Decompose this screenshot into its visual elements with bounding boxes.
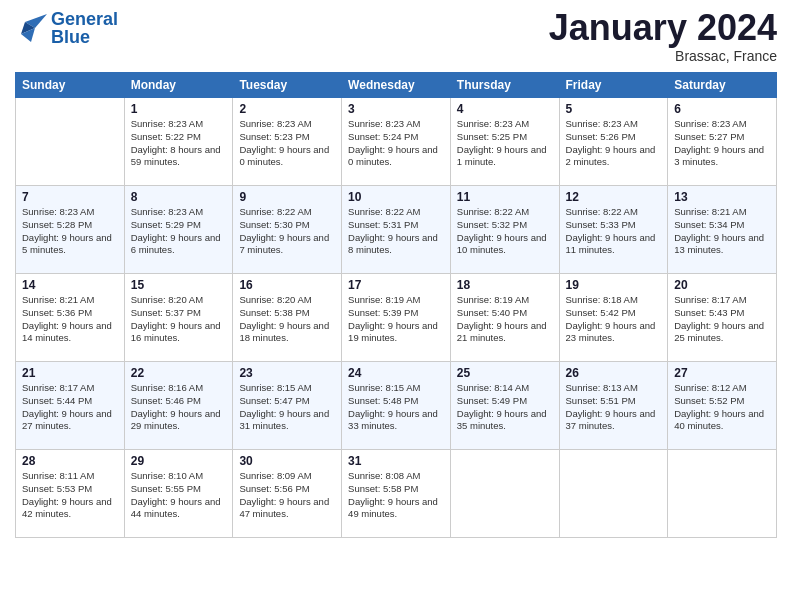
header-row: Sunday Monday Tuesday Wednesday Thursday… bbox=[16, 73, 777, 98]
day-info: Sunrise: 8:11 AMSunset: 5:53 PMDaylight:… bbox=[22, 470, 118, 521]
logo: General Blue bbox=[15, 10, 118, 46]
week-row-1: 7 Sunrise: 8:23 AMSunset: 5:28 PMDayligh… bbox=[16, 186, 777, 274]
table-row: 23 Sunrise: 8:15 AMSunset: 5:47 PMDaylig… bbox=[233, 362, 342, 450]
day-info: Sunrise: 8:22 AMSunset: 5:33 PMDaylight:… bbox=[566, 206, 662, 257]
table-row: 3 Sunrise: 8:23 AMSunset: 5:24 PMDayligh… bbox=[342, 98, 451, 186]
day-info: Sunrise: 8:13 AMSunset: 5:51 PMDaylight:… bbox=[566, 382, 662, 433]
table-row: 27 Sunrise: 8:12 AMSunset: 5:52 PMDaylig… bbox=[668, 362, 777, 450]
day-number: 15 bbox=[131, 278, 227, 292]
col-saturday: Saturday bbox=[668, 73, 777, 98]
month-title: January 2024 bbox=[549, 10, 777, 46]
day-info: Sunrise: 8:23 AMSunset: 5:25 PMDaylight:… bbox=[457, 118, 553, 169]
day-info: Sunrise: 8:15 AMSunset: 5:47 PMDaylight:… bbox=[239, 382, 335, 433]
table-row: 31 Sunrise: 8:08 AMSunset: 5:58 PMDaylig… bbox=[342, 450, 451, 538]
day-number: 8 bbox=[131, 190, 227, 204]
day-number: 3 bbox=[348, 102, 444, 116]
day-info: Sunrise: 8:23 AMSunset: 5:24 PMDaylight:… bbox=[348, 118, 444, 169]
table-row: 18 Sunrise: 8:19 AMSunset: 5:40 PMDaylig… bbox=[450, 274, 559, 362]
logo-icon bbox=[15, 14, 47, 42]
day-number: 25 bbox=[457, 366, 553, 380]
table-row: 19 Sunrise: 8:18 AMSunset: 5:42 PMDaylig… bbox=[559, 274, 668, 362]
table-row: 9 Sunrise: 8:22 AMSunset: 5:30 PMDayligh… bbox=[233, 186, 342, 274]
week-row-2: 14 Sunrise: 8:21 AMSunset: 5:36 PMDaylig… bbox=[16, 274, 777, 362]
day-info: Sunrise: 8:23 AMSunset: 5:23 PMDaylight:… bbox=[239, 118, 335, 169]
table-row: 29 Sunrise: 8:10 AMSunset: 5:55 PMDaylig… bbox=[124, 450, 233, 538]
day-info: Sunrise: 8:20 AMSunset: 5:37 PMDaylight:… bbox=[131, 294, 227, 345]
table-row: 7 Sunrise: 8:23 AMSunset: 5:28 PMDayligh… bbox=[16, 186, 125, 274]
page: General Blue January 2024 Brassac, Franc… bbox=[0, 0, 792, 612]
calendar-table: Sunday Monday Tuesday Wednesday Thursday… bbox=[15, 72, 777, 538]
day-info: Sunrise: 8:08 AMSunset: 5:58 PMDaylight:… bbox=[348, 470, 444, 521]
week-row-0: 1 Sunrise: 8:23 AMSunset: 5:22 PMDayligh… bbox=[16, 98, 777, 186]
logo-text: General bbox=[51, 10, 118, 28]
day-number: 28 bbox=[22, 454, 118, 468]
table-row: 22 Sunrise: 8:16 AMSunset: 5:46 PMDaylig… bbox=[124, 362, 233, 450]
table-row: 8 Sunrise: 8:23 AMSunset: 5:29 PMDayligh… bbox=[124, 186, 233, 274]
table-row: 21 Sunrise: 8:17 AMSunset: 5:44 PMDaylig… bbox=[16, 362, 125, 450]
day-number: 19 bbox=[566, 278, 662, 292]
day-number: 23 bbox=[239, 366, 335, 380]
day-number: 4 bbox=[457, 102, 553, 116]
day-info: Sunrise: 8:16 AMSunset: 5:46 PMDaylight:… bbox=[131, 382, 227, 433]
day-number: 20 bbox=[674, 278, 770, 292]
table-row: 11 Sunrise: 8:22 AMSunset: 5:32 PMDaylig… bbox=[450, 186, 559, 274]
day-number: 29 bbox=[131, 454, 227, 468]
day-number: 17 bbox=[348, 278, 444, 292]
day-number: 9 bbox=[239, 190, 335, 204]
day-info: Sunrise: 8:23 AMSunset: 5:28 PMDaylight:… bbox=[22, 206, 118, 257]
table-row: 12 Sunrise: 8:22 AMSunset: 5:33 PMDaylig… bbox=[559, 186, 668, 274]
day-info: Sunrise: 8:20 AMSunset: 5:38 PMDaylight:… bbox=[239, 294, 335, 345]
table-row: 15 Sunrise: 8:20 AMSunset: 5:37 PMDaylig… bbox=[124, 274, 233, 362]
table-row: 13 Sunrise: 8:21 AMSunset: 5:34 PMDaylig… bbox=[668, 186, 777, 274]
col-friday: Friday bbox=[559, 73, 668, 98]
day-info: Sunrise: 8:19 AMSunset: 5:40 PMDaylight:… bbox=[457, 294, 553, 345]
day-number: 6 bbox=[674, 102, 770, 116]
location: Brassac, France bbox=[549, 48, 777, 64]
col-tuesday: Tuesday bbox=[233, 73, 342, 98]
day-info: Sunrise: 8:12 AMSunset: 5:52 PMDaylight:… bbox=[674, 382, 770, 433]
day-number: 31 bbox=[348, 454, 444, 468]
table-row bbox=[668, 450, 777, 538]
table-row: 1 Sunrise: 8:23 AMSunset: 5:22 PMDayligh… bbox=[124, 98, 233, 186]
day-number: 30 bbox=[239, 454, 335, 468]
day-info: Sunrise: 8:09 AMSunset: 5:56 PMDaylight:… bbox=[239, 470, 335, 521]
day-number: 24 bbox=[348, 366, 444, 380]
header: General Blue January 2024 Brassac, Franc… bbox=[15, 10, 777, 64]
day-info: Sunrise: 8:23 AMSunset: 5:27 PMDaylight:… bbox=[674, 118, 770, 169]
day-info: Sunrise: 8:15 AMSunset: 5:48 PMDaylight:… bbox=[348, 382, 444, 433]
day-number: 5 bbox=[566, 102, 662, 116]
day-number: 2 bbox=[239, 102, 335, 116]
day-info: Sunrise: 8:21 AMSunset: 5:34 PMDaylight:… bbox=[674, 206, 770, 257]
day-number: 22 bbox=[131, 366, 227, 380]
day-number: 27 bbox=[674, 366, 770, 380]
day-info: Sunrise: 8:17 AMSunset: 5:44 PMDaylight:… bbox=[22, 382, 118, 433]
day-number: 7 bbox=[22, 190, 118, 204]
day-info: Sunrise: 8:21 AMSunset: 5:36 PMDaylight:… bbox=[22, 294, 118, 345]
table-row: 17 Sunrise: 8:19 AMSunset: 5:39 PMDaylig… bbox=[342, 274, 451, 362]
col-sunday: Sunday bbox=[16, 73, 125, 98]
day-number: 16 bbox=[239, 278, 335, 292]
table-row: 28 Sunrise: 8:11 AMSunset: 5:53 PMDaylig… bbox=[16, 450, 125, 538]
table-row: 24 Sunrise: 8:15 AMSunset: 5:48 PMDaylig… bbox=[342, 362, 451, 450]
logo-text2: Blue bbox=[51, 28, 118, 46]
table-row: 4 Sunrise: 8:23 AMSunset: 5:25 PMDayligh… bbox=[450, 98, 559, 186]
day-info: Sunrise: 8:23 AMSunset: 5:26 PMDaylight:… bbox=[566, 118, 662, 169]
day-info: Sunrise: 8:18 AMSunset: 5:42 PMDaylight:… bbox=[566, 294, 662, 345]
table-row: 5 Sunrise: 8:23 AMSunset: 5:26 PMDayligh… bbox=[559, 98, 668, 186]
table-row: 26 Sunrise: 8:13 AMSunset: 5:51 PMDaylig… bbox=[559, 362, 668, 450]
day-info: Sunrise: 8:23 AMSunset: 5:22 PMDaylight:… bbox=[131, 118, 227, 169]
day-info: Sunrise: 8:19 AMSunset: 5:39 PMDaylight:… bbox=[348, 294, 444, 345]
table-row: 16 Sunrise: 8:20 AMSunset: 5:38 PMDaylig… bbox=[233, 274, 342, 362]
day-number: 13 bbox=[674, 190, 770, 204]
day-number: 21 bbox=[22, 366, 118, 380]
day-info: Sunrise: 8:14 AMSunset: 5:49 PMDaylight:… bbox=[457, 382, 553, 433]
table-row bbox=[16, 98, 125, 186]
day-number: 12 bbox=[566, 190, 662, 204]
title-block: January 2024 Brassac, France bbox=[549, 10, 777, 64]
table-row: 14 Sunrise: 8:21 AMSunset: 5:36 PMDaylig… bbox=[16, 274, 125, 362]
week-row-4: 28 Sunrise: 8:11 AMSunset: 5:53 PMDaylig… bbox=[16, 450, 777, 538]
day-info: Sunrise: 8:22 AMSunset: 5:30 PMDaylight:… bbox=[239, 206, 335, 257]
day-info: Sunrise: 8:22 AMSunset: 5:32 PMDaylight:… bbox=[457, 206, 553, 257]
table-row: 30 Sunrise: 8:09 AMSunset: 5:56 PMDaylig… bbox=[233, 450, 342, 538]
day-info: Sunrise: 8:22 AMSunset: 5:31 PMDaylight:… bbox=[348, 206, 444, 257]
